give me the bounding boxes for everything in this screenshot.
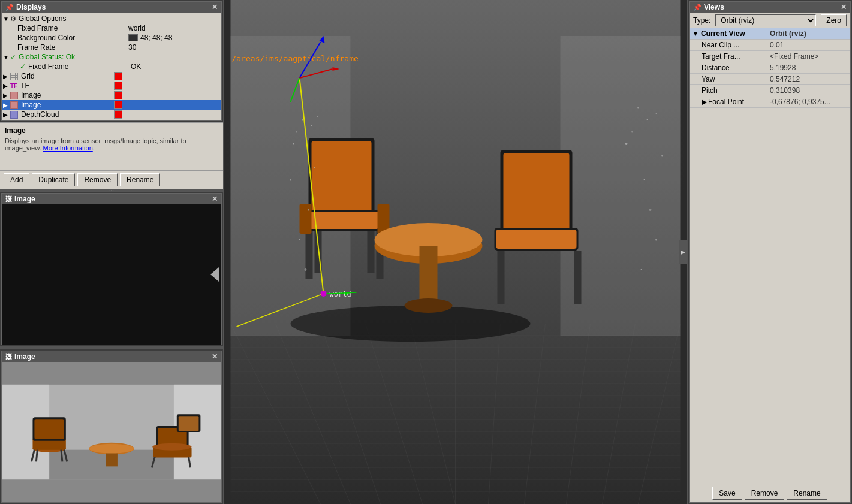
image2-title-bar: 🖼 Image ✕	[2, 351, 221, 362]
svg-rect-59	[368, 231, 375, 273]
views-type-label: Type:	[693, 16, 710, 25]
image1-expand[interactable]: ▶	[3, 92, 9, 99]
image1-close-btn[interactable]: ✕	[212, 195, 218, 203]
grid-label: Grid	[21, 72, 35, 80]
duplicate-button[interactable]: Duplicate	[32, 173, 75, 186]
near-clip-row[interactable]: Near Clip ... 0,01	[690, 40, 850, 51]
global-status-check-icon: ✓	[10, 53, 16, 61]
image2-expand[interactable]: ▶	[3, 102, 9, 108]
svg-point-87	[308, 209, 309, 211]
svg-point-65	[405, 298, 453, 313]
zero-button[interactable]: Zero	[821, 14, 847, 26]
right-collapse-handle[interactable]: ▶	[679, 240, 687, 264]
views-close-btn[interactable]: ✕	[841, 3, 847, 11]
image1-checkbox[interactable]	[114, 91, 122, 99]
background-color-swatch[interactable]	[128, 34, 138, 41]
image2-row[interactable]: ▶ Image	[2, 100, 221, 110]
svg-rect-70	[498, 251, 505, 304]
resize-handle-2[interactable]	[0, 346, 223, 349]
depthcloud-expand[interactable]: ▶	[3, 111, 9, 118]
image2-content	[2, 362, 221, 502]
tf-label: TF	[20, 82, 29, 90]
displays-panel: 📌 Displays ✕ ▼ ⚙ Global Options	[1, 1, 222, 121]
image2-close-btn[interactable]: ✕	[212, 352, 218, 361]
svg-point-76	[293, 143, 294, 145]
svg-point-82	[661, 155, 663, 157]
target-frame-value: <Fixed Frame>	[770, 52, 818, 61]
resize-handle-1[interactable]	[0, 189, 223, 192]
displays-tree: ▼ ⚙ Global Options Fixed Frame world	[2, 13, 221, 120]
depthcloud-row[interactable]: ▶ DepthCloud	[2, 110, 221, 119]
depthcloud-checkbox[interactable]	[114, 110, 122, 119]
svg-point-74	[296, 131, 297, 133]
yaw-row[interactable]: Yaw 0,547212	[690, 74, 850, 85]
views-remove-button[interactable]: Remove	[745, 487, 785, 500]
3d-scene-svg: world /areas/ims/aagptical/nframe	[224, 0, 687, 504]
focal-point-expand[interactable]: ▶	[702, 98, 707, 106]
grid-expand[interactable]: ▶	[3, 73, 9, 80]
displays-title: Displays	[16, 3, 46, 11]
global-status-label: Global Status: Ok	[19, 53, 75, 61]
svg-point-14	[89, 444, 134, 454]
current-view-header[interactable]: ▼ Current View Orbit (rviz)	[690, 28, 850, 40]
global-options-row[interactable]: ▼ ⚙ Global Options	[2, 14, 221, 23]
svg-rect-56	[306, 231, 313, 279]
image2-checkbox[interactable]	[114, 101, 122, 109]
image1-viewport-arrow[interactable]	[210, 267, 219, 282]
add-button[interactable]: Add	[4, 173, 29, 186]
svg-point-101	[321, 291, 327, 297]
yaw-label: Yaw	[702, 75, 715, 83]
views-rename-button[interactable]: Rename	[787, 487, 827, 500]
focal-point-row[interactable]: ▶ Focal Point -0,67876; 0,9375...	[690, 96, 850, 108]
fixed-frame-row[interactable]: Fixed Frame world	[2, 23, 221, 33]
tf-expand[interactable]: ▶	[3, 83, 9, 89]
image1-content	[2, 204, 221, 345]
fixed-frame-label: Fixed Frame	[17, 24, 58, 32]
current-view-type: Orbit (rviz)	[770, 29, 806, 38]
views-type-select[interactable]: Orbit (rviz)	[715, 14, 816, 26]
background-color-label: Background Color	[17, 34, 75, 42]
svg-point-72	[302, 119, 303, 121]
buttons-row: Add Duplicate Remove Rename	[0, 170, 223, 189]
grid-checkbox[interactable]	[114, 72, 122, 80]
svg-point-80	[656, 113, 657, 114]
more-info-link[interactable]: More Information	[43, 144, 93, 152]
viewport: world /areas/ims/aagptical/nframe ▶	[224, 0, 687, 504]
svg-point-88	[299, 239, 300, 240]
chairs-scene-svg	[2, 362, 221, 502]
remove-button[interactable]: Remove	[77, 173, 118, 186]
current-view-label: Current View	[701, 29, 745, 38]
distance-row[interactable]: Distance 5,19928	[690, 62, 850, 74]
target-frame-row[interactable]: Target Fra... <Fixed Frame>	[690, 51, 850, 62]
near-clip-label: Near Clip ...	[702, 41, 739, 49]
tf-row[interactable]: ▶ TF TF	[2, 81, 221, 90]
svg-point-83	[644, 179, 645, 180]
frame-rate-row[interactable]: Frame Rate 30	[2, 43, 221, 52]
left-panel: 📌 Displays ✕ ▼ ⚙ Global Options	[0, 0, 224, 504]
viewport-content: world /areas/ims/aagptical/nframe ▶	[224, 0, 687, 504]
image1-row[interactable]: ▶ Image	[2, 90, 221, 100]
svg-rect-60	[300, 204, 312, 234]
current-view-expand[interactable]: ▼	[692, 29, 699, 38]
image1-panel-title: Image	[14, 195, 35, 203]
frame-rate-label: Frame Rate	[17, 43, 55, 52]
near-clip-value: 0,01	[770, 41, 784, 49]
views-save-button[interactable]: Save	[712, 487, 742, 500]
image2-icon	[10, 101, 18, 109]
pitch-row[interactable]: Pitch 0,310398	[690, 85, 850, 96]
views-pin-icon: 📌	[693, 4, 702, 11]
image2-panel-icon: 🖼	[5, 353, 12, 360]
global-status-row[interactable]: ▼ ✓ Global Status: Ok	[2, 52, 221, 62]
displays-close-btn[interactable]: ✕	[212, 3, 218, 11]
tf-checkbox[interactable]	[114, 82, 122, 90]
background-color-row[interactable]: Background Color 48; 48; 48	[2, 33, 221, 43]
info-panel: Image Displays an image from a sensor_ms…	[0, 122, 223, 170]
global-status-fixed-frame-row[interactable]: ✓ Fixed Frame OK	[2, 62, 221, 71]
right-panel: 📌 Views ✕ Type: Orbit (rviz) Zero ▼ Curr…	[687, 0, 852, 504]
global-status-expand[interactable]: ▼	[3, 54, 9, 61]
global-options-expand[interactable]: ▼	[3, 16, 9, 22]
svg-point-81	[625, 143, 628, 145]
grid-row[interactable]: ▶ Grid	[2, 71, 221, 81]
rename-button[interactable]: Rename	[120, 173, 160, 186]
views-bottom-buttons: Save Remove Rename	[690, 484, 850, 502]
